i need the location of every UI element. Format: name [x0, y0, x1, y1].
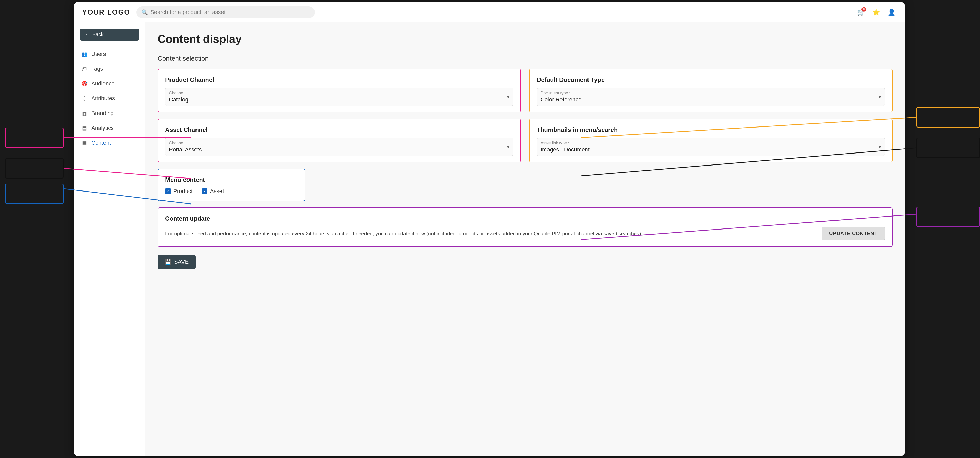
asset-channel-field-label: Channel — [169, 141, 202, 145]
product-checkbox-icon: ✓ — [165, 188, 171, 194]
sidebar: ← Back 👥 Users 🏷 Tags 🎯 Audience ⬡ — [74, 22, 145, 456]
analytics-icon: ▤ — [81, 125, 88, 131]
menu-content-title: Menu content — [165, 176, 298, 184]
page-title: Content display — [158, 33, 892, 45]
cards-top-row: Product Channel Channel Catalog ▾ Defaul… — [158, 69, 892, 112]
content-update-inner: For optimal speed and performance, conte… — [165, 227, 885, 240]
document-type-field[interactable]: Document type * Color Reference ▾ — [537, 88, 885, 106]
asset-checkbox[interactable]: ✓ Asset — [202, 188, 224, 195]
product-channel-value: Catalog — [169, 96, 188, 103]
annotation-right-dark-2 — [916, 138, 980, 158]
audience-icon: 🎯 — [81, 80, 88, 87]
asset-channel-title: Asset Channel — [165, 126, 513, 133]
asset-channel-value: Portal Assets — [169, 146, 202, 153]
product-channel-chevron: ▾ — [507, 94, 509, 100]
asset-checkbox-icon: ✓ — [202, 188, 207, 194]
content-update-title: Content update — [165, 215, 885, 222]
sidebar-item-attributes[interactable]: ⬡ Attributes — [74, 91, 145, 106]
content-update-description: For optimal speed and performance, conte… — [165, 230, 814, 238]
cards-second-row: Asset Channel Channel Portal Assets ▾ Th… — [158, 118, 892, 163]
menu-content-card: Menu content ✓ Product ✓ Asset — [158, 169, 305, 201]
search-icon: 🔍 — [142, 9, 148, 15]
annotation-left-dark-2 — [5, 158, 64, 179]
default-document-type-card: Default Document Type Document type * Co… — [529, 69, 892, 112]
document-type-chevron: ▾ — [878, 94, 881, 100]
asset-channel-chevron: ▾ — [507, 144, 509, 150]
annotation-left-pink-1 — [5, 128, 64, 148]
thumbnails-value: Images - Document — [541, 146, 590, 153]
search-input[interactable] — [150, 9, 310, 16]
document-type-value: Color Reference — [541, 96, 581, 103]
favorites-icon[interactable]: ⭐ — [871, 7, 881, 18]
back-button[interactable]: ← Back — [80, 29, 139, 41]
annotation-left-blue-3 — [5, 184, 64, 204]
sidebar-item-analytics[interactable]: ▤ Analytics — [74, 121, 145, 136]
update-content-button[interactable]: UPDATE CONTENT — [822, 227, 885, 240]
product-checkbox[interactable]: ✓ Product — [165, 188, 192, 195]
attributes-icon: ⬡ — [81, 95, 88, 102]
sidebar-item-branding[interactable]: ▦ Branding — [74, 106, 145, 121]
product-channel-field-label: Channel — [169, 91, 188, 96]
sidebar-nav: 👥 Users 🏷 Tags 🎯 Audience ⬡ Attributes ▦ — [74, 47, 145, 150]
search-bar[interactable]: 🔍 — [136, 6, 315, 18]
top-bar-icons: 🛒 8 ⭐ 👤 — [856, 7, 897, 18]
content-icon: ▣ — [81, 139, 88, 146]
annotation-right-yellow-1 — [916, 107, 980, 128]
thumbnails-title: Thumbnails in menu/search — [537, 126, 885, 133]
sidebar-item-content[interactable]: ▣ Content — [74, 136, 145, 150]
top-bar: YOUR LOGO 🔍 🛒 8 ⭐ 👤 — [74, 2, 905, 22]
thumbnails-chevron: ▾ — [878, 144, 881, 150]
branding-icon: ▦ — [81, 110, 88, 116]
thumbnails-field[interactable]: Asset link type * Images - Document ▾ — [537, 138, 885, 156]
browser-window: YOUR LOGO 🔍 🛒 8 ⭐ 👤 ← Back 👥 Users — [74, 2, 905, 456]
thumbnails-field-label: Asset link type * — [541, 141, 590, 145]
users-icon: 👥 — [81, 51, 88, 57]
product-channel-card: Product Channel Channel Catalog ▾ — [158, 69, 521, 112]
sidebar-item-audience[interactable]: 🎯 Audience — [74, 76, 145, 91]
asset-channel-field[interactable]: Channel Portal Assets ▾ — [165, 138, 513, 156]
content-update-card: Content update For optimal speed and per… — [158, 207, 892, 247]
notifications-icon[interactable]: 🛒 8 — [856, 7, 866, 18]
menu-content-checkboxes: ✓ Product ✓ Asset — [165, 188, 298, 195]
notification-badge: 8 — [861, 7, 866, 12]
document-type-field-label: Document type * — [541, 91, 581, 96]
product-channel-field[interactable]: Channel Catalog ▾ — [165, 88, 513, 106]
save-icon: 💾 — [165, 259, 172, 265]
product-channel-title: Product Channel — [165, 76, 513, 83]
section-title: Content selection — [158, 54, 892, 62]
user-icon[interactable]: 👤 — [886, 7, 897, 18]
tags-icon: 🏷 — [81, 65, 88, 72]
document-type-title: Default Document Type — [537, 76, 885, 83]
content-area: Content display Content selection Produc… — [145, 22, 905, 456]
asset-channel-card: Asset Channel Channel Portal Assets ▾ — [158, 118, 521, 163]
back-arrow-icon: ← — [85, 32, 90, 37]
sidebar-item-tags[interactable]: 🏷 Tags — [74, 61, 145, 76]
save-button[interactable]: 💾 SAVE — [158, 255, 196, 269]
thumbnails-card: Thumbnails in menu/search Asset link typ… — [529, 118, 892, 163]
annotation-right-purple-3 — [916, 207, 980, 227]
sidebar-item-users[interactable]: 👥 Users — [74, 47, 145, 61]
main-layout: ← Back 👥 Users 🏷 Tags 🎯 Audience ⬡ — [74, 22, 905, 456]
logo: YOUR LOGO — [82, 8, 130, 16]
